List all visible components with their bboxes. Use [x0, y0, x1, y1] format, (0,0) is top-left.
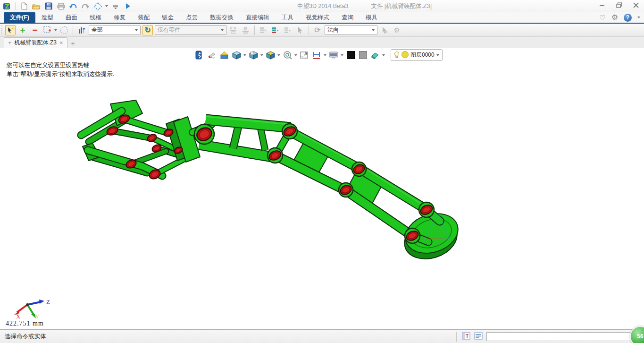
restore-button[interactable] — [614, 1, 624, 9]
tab-doc-icon: + — [8, 39, 12, 46]
tab-close-icon[interactable]: × — [59, 39, 63, 46]
menu-data-exchange[interactable]: 数据交换 — [204, 12, 240, 23]
marquee-select-icon[interactable] — [42, 25, 52, 35]
help-caret-icon[interactable] — [637, 17, 640, 18]
minimize-button[interactable] — [597, 1, 607, 9]
command-input[interactable] — [486, 332, 642, 341]
add-to-selection-icon[interactable]: + — [17, 25, 28, 35]
layer-combo-label[interactable]: 图层0000 — [410, 51, 435, 59]
selection-filter-icon[interactable] — [76, 25, 87, 35]
pick-list-all-icon[interactable] — [270, 25, 281, 35]
model-3d-assembly — [0, 48, 644, 329]
single-pick-icon[interactable] — [241, 25, 251, 35]
menu-pointcloud[interactable]: 点云 — [180, 12, 204, 23]
view-standard-caret-icon[interactable] — [105, 5, 108, 7]
divider — [15, 2, 16, 10]
menu-inquire[interactable]: 查询 — [335, 12, 360, 23]
pick-settings-icon[interactable]: ⚙ — [392, 25, 402, 35]
lightbulb-icon[interactable] — [394, 51, 400, 60]
menu-tools[interactable]: 工具 — [276, 12, 300, 23]
view-standard-icon[interactable] — [93, 1, 102, 11]
pick-list-first-icon[interactable] — [258, 25, 268, 35]
marquee-select-caret-icon[interactable] — [54, 29, 57, 31]
eraser-icon[interactable] — [370, 50, 380, 60]
zoom-window-icon[interactable] — [299, 50, 309, 60]
filter-combo[interactable]: 全部 — [89, 25, 141, 35]
title-text: 中望3D 2014 Beta3 文件 [机械臂装配体.Z3] — [297, 0, 432, 12]
zoom-width-icon[interactable] — [311, 50, 322, 60]
output-list-icon[interactable] — [474, 332, 483, 341]
svg-text:T: T — [466, 334, 468, 339]
colored-cube-caret-icon[interactable] — [277, 54, 280, 56]
pick-list-last-icon[interactable] — [283, 25, 293, 35]
new-file-icon[interactable] — [19, 1, 29, 11]
favorites-icon[interactable]: ♡ — [599, 14, 605, 21]
divider — [73, 26, 73, 35]
toolbar-grip[interactable] — [1, 25, 3, 36]
hint-line-2: 单击"帮助/显示提示"按钮来取消这些提示. — [7, 70, 114, 79]
pick-cursor-icon[interactable] — [295, 25, 305, 35]
gray-background-swatch[interactable] — [358, 50, 368, 60]
save-icon[interactable] — [44, 1, 53, 11]
divider — [254, 26, 255, 35]
chain-pick-icon[interactable] — [228, 25, 239, 35]
start-icon[interactable] — [123, 1, 133, 11]
settings-icon[interactable]: ⚙ — [611, 14, 618, 21]
layer-group: 图层0000 — [391, 49, 443, 61]
menu-repair[interactable]: 修复 — [108, 12, 132, 23]
section-cube-icon[interactable] — [248, 50, 259, 60]
remove-from-selection-icon[interactable]: − — [30, 25, 40, 35]
open-file-icon[interactable] — [32, 1, 41, 11]
exit-icon[interactable] — [194, 50, 205, 60]
zoom-circle-icon[interactable] — [282, 50, 293, 60]
menu-assembly[interactable]: 装配 — [132, 12, 156, 23]
black-background-swatch[interactable] — [345, 50, 356, 60]
document-tab[interactable]: + 机械臂装配体.Z3 × — [4, 37, 67, 48]
close-button[interactable] — [631, 1, 641, 9]
display-mode-caret-icon[interactable] — [341, 54, 343, 56]
colored-cube-icon[interactable] — [265, 50, 276, 60]
menu-bar: 文件(F) 造型 曲面 线框 修复 装配 钣金 点云 数据交换 直接编辑 工具 … — [0, 12, 644, 24]
menu-visual-style[interactable]: 视觉样式 — [300, 12, 335, 23]
shaded-cube-icon[interactable] — [231, 50, 242, 60]
undo-icon[interactable] — [68, 1, 78, 11]
menu-direct-edit[interactable]: 直接编辑 — [240, 12, 276, 23]
zoom-width-caret-icon[interactable] — [324, 54, 326, 56]
section-cube-caret-icon[interactable] — [260, 54, 263, 56]
help-icon[interactable]: ? — [624, 14, 632, 22]
menu-surface[interactable]: 曲面 — [59, 12, 84, 23]
layer-color-swatch[interactable] — [401, 51, 409, 60]
print-icon[interactable] — [56, 1, 66, 11]
erase-icon[interactable] — [207, 50, 217, 60]
menu-shape[interactable]: 造型 — [35, 12, 59, 23]
pick-scope-caret-icon — [221, 29, 224, 31]
select-tool-icon[interactable] — [5, 25, 16, 35]
menu-right-icons: ♡ ⚙ ? — [599, 12, 640, 23]
pick-arrow-icon[interactable] — [379, 25, 390, 35]
normal-direction-icon[interactable]: ⟳ — [312, 25, 323, 35]
eraser-caret-icon[interactable] — [382, 54, 385, 56]
manager-panel-icon[interactable]: T — [462, 332, 470, 341]
redo-icon[interactable] — [81, 1, 90, 11]
display-mode-icon[interactable] — [328, 50, 339, 60]
zoom-circle-caret-icon[interactable] — [294, 54, 297, 56]
menu-mold[interactable]: 模具 — [360, 12, 384, 23]
menu-file[interactable]: 文件(F) — [4, 12, 35, 23]
hint-text: 您可以在自定义设置里设置热键 单击"帮助/显示提示"按钮来取消这些提示. — [7, 61, 114, 79]
unfold-icon[interactable] — [219, 50, 229, 60]
menu-sheetmetal[interactable]: 钣金 — [156, 12, 180, 23]
layer-combo-caret-icon[interactable] — [436, 54, 439, 56]
new-tab-button[interactable]: + — [67, 39, 79, 48]
pick-mode-icon[interactable]: ↻ — [142, 25, 153, 35]
lasso-select-icon[interactable] — [59, 25, 69, 35]
axis-triad: X Y Z — [3, 297, 55, 321]
menu-wireframe[interactable]: 线框 — [84, 12, 108, 23]
status-right: T — [455, 330, 642, 343]
shaded-cube-caret-icon[interactable] — [243, 54, 246, 56]
customize-qat-icon[interactable] — [111, 1, 120, 11]
pick-scope-combo[interactable]: 仅有零件 — [155, 25, 226, 35]
view-toolbar: 图层0000 — [194, 49, 443, 61]
normal-combo[interactable]: 法向 — [325, 25, 377, 35]
status-bar: 选择命令或实体 T — [0, 329, 644, 343]
viewport[interactable]: 您可以在自定义设置里设置热键 单击"帮助/显示提示"按钮来取消这些提示. — [0, 48, 644, 329]
